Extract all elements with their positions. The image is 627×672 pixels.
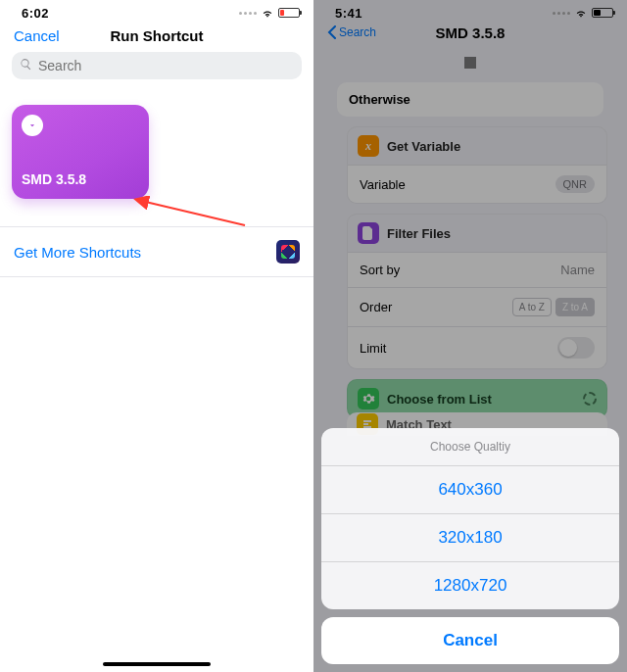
wifi-icon	[261, 8, 274, 18]
phone-run-shortcut: 6:02 Cancel Run Shortcut SMD 3.5.	[0, 0, 314, 672]
phone-shortcut-editor: 5:41 Search SMD 3.5.8 Otherwise x G	[314, 0, 627, 672]
battery-icon	[278, 8, 300, 18]
sheet-title: Choose Qualtiy	[321, 428, 619, 465]
quality-action-sheet: Choose Qualtiy 640x360 320x180 1280x720 …	[321, 428, 619, 664]
search-input[interactable]	[38, 58, 294, 73]
quality-option-640x360[interactable]: 640x360	[321, 465, 619, 513]
get-more-shortcuts-label: Get More Shortcuts	[14, 244, 141, 261]
quality-option-1280x720[interactable]: 1280x720	[321, 561, 619, 609]
status-time: 6:02	[22, 6, 49, 21]
chevron-down-icon	[22, 115, 43, 136]
status-bar: 6:02	[0, 0, 314, 22]
get-more-shortcuts-row[interactable]: Get More Shortcuts	[0, 226, 314, 277]
cellular-icon	[239, 12, 257, 15]
search-icon	[20, 58, 32, 73]
quality-option-320x180[interactable]: 320x180	[321, 513, 619, 561]
home-indicator	[103, 662, 211, 666]
shortcut-tile-smd[interactable]: SMD 3.5.8	[12, 105, 149, 199]
shortcut-tile-label: SMD 3.5.8	[22, 171, 86, 187]
search-field[interactable]	[12, 52, 302, 79]
shortcuts-app-icon	[276, 240, 300, 264]
shortcut-list: SMD 3.5.8	[0, 85, 314, 226]
sheet-cancel-button[interactable]: Cancel	[321, 617, 619, 664]
nav-bar: Cancel Run Shortcut	[0, 22, 314, 52]
cancel-button[interactable]: Cancel	[14, 27, 60, 44]
